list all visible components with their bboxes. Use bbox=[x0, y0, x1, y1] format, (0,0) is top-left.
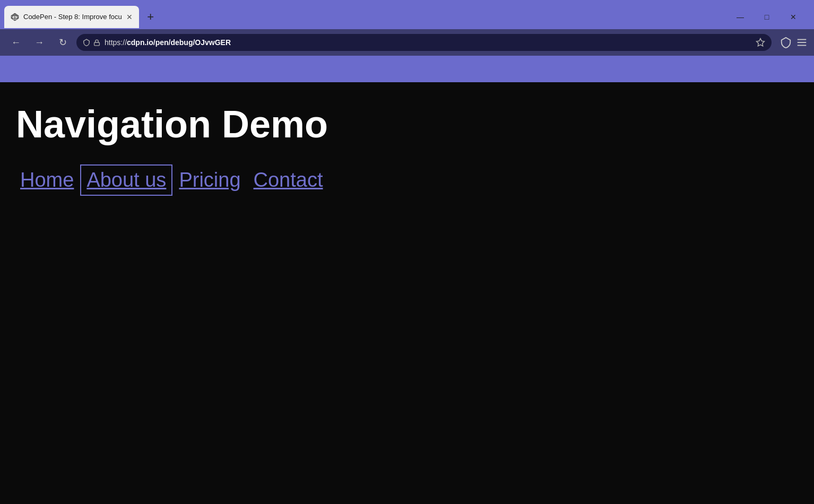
refresh-button[interactable]: ↻ bbox=[53, 33, 72, 52]
window-controls: — □ ✕ bbox=[728, 8, 810, 25]
back-button[interactable]: ← bbox=[6, 33, 25, 52]
minimize-button[interactable]: — bbox=[728, 8, 752, 25]
menu-icon[interactable] bbox=[796, 37, 808, 48]
shield-icon bbox=[83, 39, 90, 46]
tab-close-icon[interactable]: ✕ bbox=[126, 13, 133, 21]
address-domain: cdpn.io bbox=[127, 38, 153, 47]
close-button[interactable]: ✕ bbox=[781, 8, 806, 25]
svg-marker-7 bbox=[757, 39, 765, 46]
address-bar[interactable]: https://cdpn.io/pen/debug/OJvwGER bbox=[76, 34, 772, 51]
nav-link-home[interactable]: Home bbox=[16, 167, 78, 194]
forward-button[interactable]: → bbox=[30, 33, 49, 52]
star-icon[interactable] bbox=[756, 38, 765, 47]
navigation-links: Home About us Pricing Contact bbox=[16, 167, 798, 194]
navigation-bar: ← → ↻ https://cdpn.io/pen/debug/OJvwGER bbox=[0, 29, 814, 56]
address-text: https://cdpn.io/pen/debug/OJvwGER bbox=[105, 38, 751, 47]
address-path: /pen/debug/OJvwGER bbox=[153, 38, 231, 47]
browser-chrome: CodePen - Step 8: Improve focu ✕ + — □ ✕… bbox=[0, 0, 814, 82]
address-icons bbox=[83, 39, 100, 46]
nav-right-icons bbox=[780, 37, 808, 48]
browser-tab[interactable]: CodePen - Step 8: Improve focu ✕ bbox=[4, 6, 139, 28]
nav-link-contact[interactable]: Contact bbox=[249, 167, 327, 194]
maximize-button[interactable]: □ bbox=[755, 8, 779, 25]
svg-rect-6 bbox=[94, 42, 100, 45]
page-title: Navigation Demo bbox=[16, 103, 798, 145]
pocket-icon[interactable] bbox=[780, 37, 792, 48]
new-tab-button[interactable]: + bbox=[141, 7, 160, 27]
nav-link-about[interactable]: About us bbox=[82, 167, 170, 194]
tab-bar: CodePen - Step 8: Improve focu ✕ + — □ ✕ bbox=[0, 0, 814, 29]
codepen-favicon bbox=[11, 13, 19, 21]
nav-link-pricing[interactable]: Pricing bbox=[175, 167, 245, 194]
lock-icon bbox=[93, 39, 100, 46]
page-content: Navigation Demo Home About us Pricing Co… bbox=[0, 82, 814, 504]
tab-title: CodePen - Step 8: Improve focu bbox=[23, 13, 122, 21]
